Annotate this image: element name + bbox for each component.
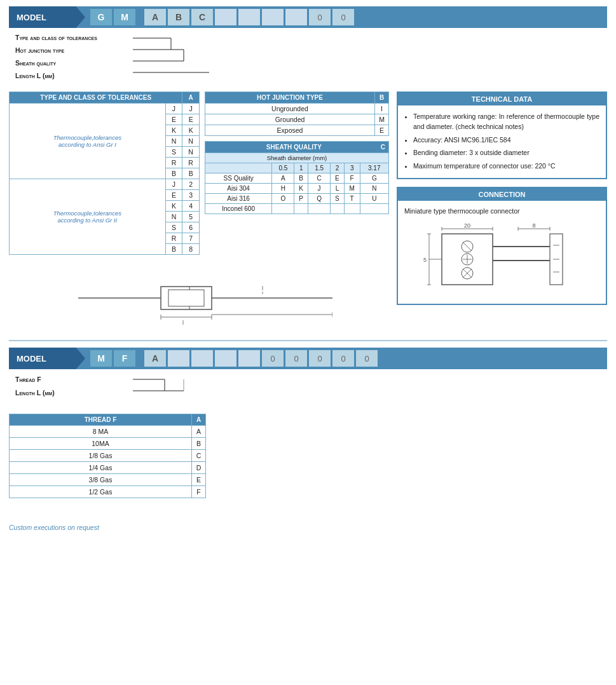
model2-legend-lines	[133, 374, 298, 407]
model2-bar: MODEL M F A 0 0 0 0 0	[9, 348, 607, 369]
model2-cell-z3: 0	[309, 350, 331, 367]
section-divider	[9, 340, 607, 341]
technical-data-box: TECHNICAL DATA Temperature working range…	[397, 92, 607, 179]
model1-cell-e3	[262, 9, 284, 25]
product-drawing: l l	[9, 266, 389, 330]
tech-item-2: Accuracy: ANSI MC96.1/IEC 584	[413, 135, 599, 146]
model2-cell-z1: 0	[262, 350, 284, 367]
connection-box: CONNECTION Miniature type thermocouple c…	[397, 187, 607, 305]
tol-section: TYPE AND CLASS OF TOLERANCES A Thermocou…	[9, 92, 200, 255]
legend-tol: Type and class of tolerances	[15, 32, 139, 44]
tech-item-3: Bending diameter: 3 x outside diameter	[413, 148, 599, 158]
svg-text:16.5: 16.5	[423, 257, 427, 263]
model2-cell-e4	[238, 350, 260, 367]
tol-code: J	[182, 104, 200, 114]
tol-header: TYPE AND CLASS OF TOLERANCES	[10, 92, 182, 104]
thermocouple-drawing-svg: l l	[65, 266, 332, 330]
exposed-row: Exposed	[205, 125, 375, 136]
model1-cell-e4	[285, 9, 307, 25]
model2-cell-z5: 0	[356, 350, 378, 367]
hot-junction-header: HOT JUNCTION TYPE	[205, 92, 375, 104]
hot-junction-col: B	[375, 92, 389, 104]
svg-text:l: l	[262, 285, 263, 292]
svg-text:8: 8	[532, 222, 535, 229]
custom-note: Custom executions on request	[9, 524, 607, 531]
model1-legend: Type and class of tolerances Hot junctio…	[15, 32, 607, 83]
connection-diagram: 20 8	[404, 221, 599, 297]
model1-cell-b: B	[168, 9, 189, 25]
model2-legend: Thread F Length L (mm)	[15, 373, 607, 405]
model2-label: MODEL	[9, 348, 85, 369]
tol-group1-label: Thermocouple,tolerancesaccording to Ansi…	[10, 104, 166, 179]
tol-col-header: A	[182, 92, 200, 104]
connector-diagram-svg: 20 8	[423, 221, 582, 297]
hot-junction-table: HOT JUNCTION TYPE B Ungrounded I Grounde…	[205, 92, 389, 136]
model1-cell-a: A	[144, 9, 166, 25]
model1-cell-m: M	[114, 9, 135, 25]
model2-cell-e2	[191, 350, 213, 367]
thread-col-header: A	[192, 414, 206, 426]
tol-group2-label: Thermocouple,tolerancesaccording to Ansi…	[10, 179, 166, 255]
model1-cell-c: C	[191, 9, 213, 25]
model1-cell-z2: 0	[332, 9, 354, 25]
model1-cell-e2	[238, 9, 260, 25]
svg-rect-8	[168, 290, 204, 306]
connection-title: CONNECTION	[398, 188, 606, 201]
technical-data-title: TECHNICAL DATA	[398, 93, 606, 105]
model2-cell-f: F	[114, 350, 135, 367]
legend-length: Length L (mm)	[15, 70, 139, 83]
model1-bar: MODEL G M A B C 0 0	[9, 6, 607, 28]
model2-cell-z4: 0	[332, 350, 354, 367]
svg-text:20: 20	[463, 222, 470, 229]
legend-thread: Thread F	[15, 373, 139, 386]
model1-label: MODEL	[9, 6, 85, 28]
model2-cell-e1	[168, 350, 189, 367]
tol-table: TYPE AND CLASS OF TOLERANCES A Thermocou…	[9, 92, 200, 255]
model1-cell-e1	[215, 9, 236, 25]
tol-row: J	[165, 104, 182, 114]
legend-sheath: Sheath quality	[15, 57, 139, 70]
tech-item-4: Maximum temperature of connector use: 22…	[413, 161, 599, 172]
thread-header: THREAD F	[10, 414, 192, 426]
model2-cell-a: A	[144, 350, 166, 367]
thread-table: THREAD F A 8 MA A 10MA B 1/8 Gas C 1/4 G…	[9, 414, 206, 498]
legend-lines-svg	[133, 33, 336, 87]
svg-line-35	[463, 242, 472, 251]
model2-cell-z2: 0	[285, 350, 307, 367]
legend-hot: Hot junction type	[15, 44, 139, 57]
model1-cell-z1: 0	[309, 9, 331, 25]
right-tables: HOT JUNCTION TYPE B Ungrounded I Grounde…	[205, 92, 389, 255]
svg-text:l: l	[182, 320, 184, 326]
tech-item-1: Temperature working range: In reference …	[413, 112, 599, 132]
sheath-table: SHEATH QUALITY C Sheath diameter (mm) 0.…	[205, 141, 389, 214]
connection-text: Miniature type thermocouple connector	[404, 207, 599, 215]
model1-cell-g: G	[90, 9, 112, 25]
model2-cell-m: M	[90, 350, 112, 367]
legend-length2: Length L (mm)	[15, 386, 139, 400]
model2-cell-e3	[215, 350, 236, 367]
